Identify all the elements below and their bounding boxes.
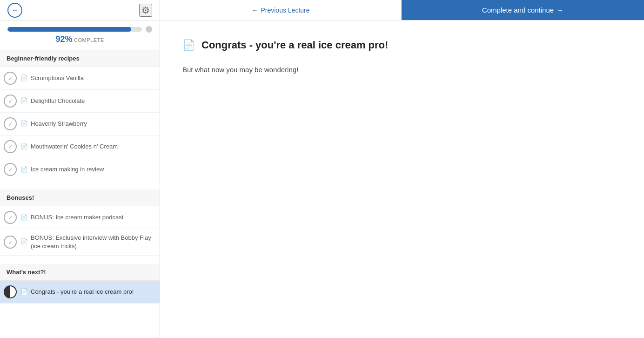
lesson-title-podcast: BONUS: Ice cream maker podcast: [31, 213, 123, 222]
check-icon-vanilla: ✓: [4, 72, 17, 85]
progress-text: 92% COMPLETE: [7, 34, 152, 44]
nav-left: ← ⚙: [0, 0, 160, 20]
progress-section: 92% COMPLETE: [0, 20, 160, 50]
check-icon-interview: ✓: [4, 236, 17, 249]
check-icon-chocolate: ✓: [4, 95, 17, 108]
check-icon-congrats: [4, 285, 17, 298]
lesson-item-podcast[interactable]: ✓ 📄 BONUS: Ice cream maker podcast: [0, 206, 160, 229]
progress-complete-label: COMPLETE: [74, 37, 104, 43]
content-doc-icon: 📄: [182, 39, 195, 51]
lesson-title-strawberry: Heavenly Strawberry: [31, 120, 87, 128]
check-icon-strawberry: ✓: [4, 117, 17, 130]
progress-bar-fill: [7, 27, 131, 32]
lesson-item-interview[interactable]: ✓ 📄 BONUS: Exclusive interview with Bobb…: [0, 229, 160, 256]
complete-continue-label: Complete and continue: [482, 6, 554, 14]
check-icon-cookies: ✓: [4, 140, 17, 153]
content-header: 📄 Congrats - you're a real ice cream pro…: [182, 39, 622, 51]
section-header-whatsnext: What's next?!: [0, 264, 160, 281]
lesson-item-congrats[interactable]: 📄 Congrats - you're a real ice cream pro…: [0, 281, 160, 304]
progress-bar-track: [7, 27, 142, 32]
progress-bar-container: [7, 26, 152, 33]
doc-icon-congrats: 📄: [20, 288, 28, 296]
sidebar: 92% COMPLETE Beginner-friendly recipes ✓…: [0, 20, 160, 338]
lesson-title-vanilla: Scrumptious Vanilla: [31, 74, 84, 82]
content-title: Congrats - you're a real ice cream pro!: [201, 39, 388, 51]
doc-icon-cookies: 📄: [20, 143, 28, 150]
lesson-item-strawberry[interactable]: ✓ 📄 Heavenly Strawberry: [0, 113, 160, 135]
settings-button[interactable]: ⚙: [139, 4, 152, 17]
lesson-item-review[interactable]: ✓ 📄 Ice cream making in review: [0, 158, 160, 181]
check-icon-podcast: ✓: [4, 211, 17, 224]
complete-continue-button[interactable]: Complete and continue →: [402, 0, 644, 20]
previous-lecture-button[interactable]: ← Previous Lecture: [160, 0, 402, 20]
back-button[interactable]: ←: [7, 3, 22, 18]
progress-toggle[interactable]: [146, 26, 152, 33]
lesson-title-review: Ice cream making in review: [31, 165, 104, 174]
doc-icon-podcast: 📄: [20, 214, 28, 221]
doc-icon-interview: 📄: [20, 238, 28, 246]
top-nav: ← ⚙ ← Previous Lecture Complete and cont…: [0, 0, 644, 20]
doc-icon-strawberry: 📄: [20, 120, 28, 128]
lesson-item-cookies[interactable]: ✓ 📄 Mouthwaterin' Cookies n' Cream: [0, 135, 160, 158]
spacer-1: [0, 181, 160, 189]
previous-lecture-label: Previous Lecture: [261, 7, 309, 14]
lesson-item-chocolate[interactable]: ✓ 📄 Delightful Chocolate: [0, 90, 160, 113]
back-icon: ←: [12, 7, 18, 14]
lesson-title-interview: BONUS: Exclusive interview with Bobby Fl…: [31, 234, 156, 250]
spacer-2: [0, 256, 160, 264]
progress-percent: 92%: [55, 34, 72, 44]
arrow-left-icon: ←: [251, 7, 258, 14]
section-header-beginner: Beginner-friendly recipes: [0, 50, 160, 67]
lesson-title-congrats: Congrats - you're a real ice cream pro!: [31, 288, 134, 296]
lesson-item-vanilla[interactable]: ✓ 📄 Scrumptious Vanilla: [0, 67, 160, 90]
main-layout: 92% COMPLETE Beginner-friendly recipes ✓…: [0, 20, 644, 338]
doc-icon-vanilla: 📄: [20, 74, 28, 82]
check-icon-review: ✓: [4, 163, 17, 176]
section-header-bonuses: Bonuses!: [0, 189, 160, 206]
lesson-title-cookies: Mouthwaterin' Cookies n' Cream: [31, 142, 118, 151]
doc-icon-review: 📄: [20, 166, 28, 173]
doc-icon-chocolate: 📄: [20, 97, 28, 105]
content-area: 📄 Congrats - you're a real ice cream pro…: [160, 20, 644, 338]
arrow-right-icon: →: [557, 6, 564, 14]
content-body: But what now you may be wondering!: [182, 64, 622, 75]
lesson-title-chocolate: Delightful Chocolate: [31, 97, 85, 105]
gear-icon: ⚙: [141, 5, 150, 16]
